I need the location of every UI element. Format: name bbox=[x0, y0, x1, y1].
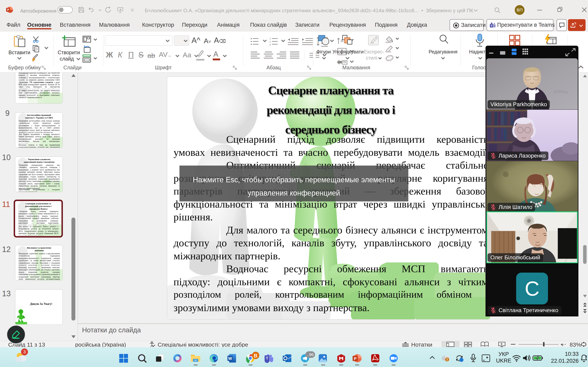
svg-text:W: W bbox=[228, 356, 232, 361]
svg-text:z: z bbox=[586, 355, 587, 358]
svg-text:2: 2 bbox=[269, 40, 271, 43]
svg-text:1: 1 bbox=[269, 37, 271, 40]
svg-text:!: ! bbox=[447, 358, 448, 362]
svg-text:P: P bbox=[354, 356, 356, 361]
svg-text:T: T bbox=[266, 356, 268, 360]
svg-text:T: T bbox=[491, 24, 493, 27]
svg-text:3: 3 bbox=[269, 43, 271, 46]
svg-text:P: P bbox=[7, 8, 9, 11]
